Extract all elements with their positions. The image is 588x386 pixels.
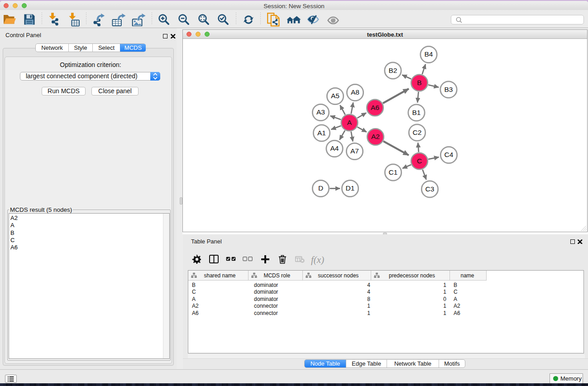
svg-text:A: A bbox=[347, 119, 352, 126]
svg-text:B: B bbox=[417, 79, 421, 86]
svg-text:A6: A6 bbox=[371, 104, 379, 111]
svg-text:A2: A2 bbox=[371, 133, 380, 140]
svg-text:B1: B1 bbox=[412, 109, 421, 116]
svg-text:C1: C1 bbox=[389, 168, 398, 176]
svg-text:C3: C3 bbox=[425, 185, 435, 193]
svg-text:C2: C2 bbox=[413, 129, 422, 136]
svg-text:B2: B2 bbox=[389, 67, 397, 74]
svg-text:D1: D1 bbox=[346, 184, 355, 192]
svg-text:A5: A5 bbox=[331, 92, 339, 100]
svg-text:A1: A1 bbox=[317, 129, 326, 137]
svg-text:B4: B4 bbox=[425, 50, 433, 58]
svg-text:A4: A4 bbox=[330, 144, 339, 152]
svg-text:D: D bbox=[318, 184, 323, 192]
svg-text:C: C bbox=[417, 157, 422, 165]
svg-text:C4: C4 bbox=[445, 151, 454, 158]
svg-text:A3: A3 bbox=[316, 108, 325, 116]
svg-text:A8: A8 bbox=[351, 88, 359, 96]
svg-text:A7: A7 bbox=[350, 147, 359, 155]
svg-text:B3: B3 bbox=[445, 86, 453, 93]
